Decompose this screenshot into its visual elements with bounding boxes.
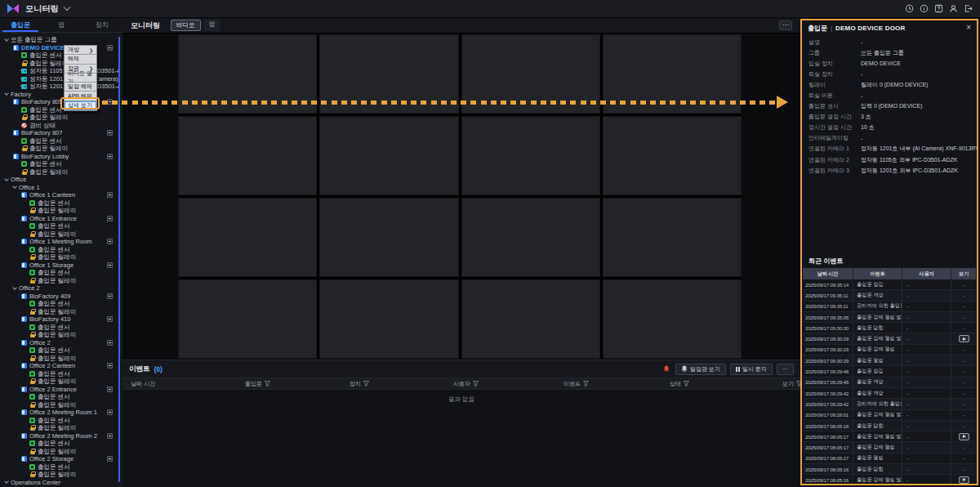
- tree-item-row[interactable]: 출입문 센서: [0, 199, 119, 208]
- logout-icon[interactable]: [963, 3, 973, 14]
- recent-event-row[interactable]: 2025/09/17 08:05:16출입문 닫힘--: [803, 464, 976, 475]
- recent-event-row[interactable]: 2025/09/17 08:05:17출입문 강제 열림--: [803, 442, 976, 453]
- tree-item-row[interactable]: 경비 상태: [0, 122, 119, 130]
- sidebar-tab-doors[interactable]: 출입문: [0, 18, 41, 32]
- context-menu-item[interactable]: 해제: [65, 55, 96, 64]
- recent-event-row[interactable]: 2025/09/17 08:05:17출입문 열림--: [803, 453, 976, 464]
- collapse-button[interactable]: [107, 409, 113, 415]
- play-video-button[interactable]: [959, 476, 969, 484]
- chevron-down-icon[interactable]: [4, 91, 9, 96]
- recent-event-row[interactable]: 2025/09/17 09:29:42출입문 개방--: [803, 388, 976, 399]
- tree-item-row[interactable]: 출입문 릴레이: [0, 331, 119, 339]
- help-icon[interactable]: [933, 3, 944, 14]
- context-menu-item[interactable]: APB 해제: [65, 92, 96, 101]
- tree-item-row[interactable]: BioFactory 409: [0, 293, 119, 301]
- filter-funnel-icon[interactable]: [363, 381, 369, 386]
- tree-item-row[interactable]: Office 2 Meeting Room 2: [0, 432, 119, 440]
- chevron-down-icon[interactable]: [4, 176, 9, 181]
- close-icon[interactable]: ×: [966, 24, 971, 32]
- recent-event-row[interactable]: 2025/09/17 08:05:17출입문 강제 열림 발생-: [803, 431, 976, 442]
- tree-item-row[interactable]: 출입문 릴레이: [0, 401, 119, 409]
- filter-funnel-icon[interactable]: [473, 381, 479, 386]
- recent-event-row[interactable]: 2025/09/17 08:05:18출입문 닫힘--: [803, 421, 976, 431]
- tree-item-row[interactable]: BioFactory Lobby: [0, 153, 119, 161]
- recent-event-row[interactable]: 2025/09/17 09:30:30출입문 닫힘--: [803, 323, 976, 333]
- pause-button[interactable]: 일시 중지: [730, 364, 773, 375]
- recent-event-row[interactable]: 2025/09/17 08:05:16출입문 강제 열림 발생-: [803, 475, 976, 484]
- video-tile[interactable]: [319, 198, 458, 277]
- chevron-down-icon[interactable]: [4, 479, 9, 484]
- collapse-button[interactable]: [107, 433, 113, 439]
- recent-event-row[interactable]: 2025/09/17 09:35:11관리자에 의한 출입문 개...--: [803, 302, 976, 312]
- monitor-tab-video[interactable]: 비디오: [171, 20, 201, 31]
- tree-item-row[interactable]: 출입문 릴레이: [0, 378, 119, 386]
- tree-item-row[interactable]: 출입문 센서: [0, 246, 119, 254]
- recent-event-row[interactable]: 2025/09/17 09:30:29출입문 강제 열림--: [803, 345, 976, 355]
- play-video-button[interactable]: [959, 433, 969, 440]
- video-tile[interactable]: [461, 116, 600, 195]
- recent-column-1[interactable]: 날짜 시간: [803, 268, 853, 279]
- recent-event-row[interactable]: 2025/09/17 09:30:29출입문 열림--: [803, 355, 976, 366]
- tree-item-row[interactable]: 출입문 센서: [0, 370, 119, 378]
- chevron-down-icon[interactable]: [64, 4, 70, 11]
- tree-item-row[interactable]: 출입문 릴레이: [0, 277, 119, 285]
- tree-item-row[interactable]: 출입문 센서: [0, 346, 119, 355]
- recent-event-row[interactable]: 2025/09/17 09:29:48출입문 잠김--: [803, 366, 976, 377]
- tree-item-row[interactable]: Office 1 Entrance: [0, 215, 119, 223]
- collapse-button[interactable]: [107, 45, 113, 51]
- video-tile[interactable]: [319, 116, 458, 195]
- chevron-down-icon[interactable]: [12, 285, 17, 290]
- tree-item-row[interactable]: BioFactory 410: [0, 315, 119, 324]
- recent-event-row[interactable]: 2025/09/17 09:35:05출입문 강제 열림 발생 해...--: [803, 312, 976, 323]
- tree-group-row[interactable]: 모든 출입문 그룹: [0, 36, 119, 44]
- context-menu-item[interactable]: 비디오 열기: [65, 74, 96, 83]
- recent-column-4[interactable]: 보기: [951, 268, 976, 279]
- play-video-button[interactable]: [959, 335, 969, 342]
- recent-event-row[interactable]: 2025/09/17 09:29:42관리자에 의한 출입문 개...--: [803, 399, 976, 409]
- tree-item-row[interactable]: Office 2 Entrance: [0, 386, 119, 394]
- collapse-button[interactable]: [107, 456, 113, 462]
- tree-item-row[interactable]: Office 1 Canteen: [0, 191, 119, 199]
- video-tile[interactable]: [178, 279, 317, 359]
- monitor-tab-map[interactable]: 맵: [204, 20, 220, 31]
- video-tile[interactable]: [461, 279, 600, 359]
- app-menu-title[interactable]: 모니터링: [25, 3, 59, 15]
- more-button[interactable]: ⋯: [777, 364, 794, 375]
- video-tile[interactable]: [603, 198, 742, 277]
- tree-item-row[interactable]: 출입문 센서: [0, 300, 119, 308]
- video-tile[interactable]: [178, 116, 317, 195]
- context-menu-item[interactable]: 알람 해제: [65, 83, 96, 92]
- recent-event-row[interactable]: 2025/09/17 09:30:29출입문 강제 열림 발생-: [803, 333, 976, 344]
- collapse-button[interactable]: [107, 192, 113, 198]
- tree-group-row[interactable]: Office 1: [0, 184, 119, 192]
- monitoring-more-button[interactable]: ⋯: [779, 20, 792, 30]
- tree-item-row[interactable]: 정자동 1201호 내부 (AI Camera) XNF-9013RV: [0, 75, 119, 83]
- filter-funnel-icon[interactable]: [265, 381, 270, 386]
- tree-item-row[interactable]: Office 1 Meeting Room: [0, 238, 119, 246]
- sidebar-tab-devices[interactable]: 장치: [82, 18, 122, 32]
- collapse-button[interactable]: [107, 239, 113, 244]
- clock-icon[interactable]: [904, 3, 915, 14]
- filter-funnel-icon[interactable]: [684, 381, 689, 386]
- tree-item-row[interactable]: Office 2: [0, 339, 119, 347]
- tree-item-row[interactable]: 출입문 센서: [0, 106, 119, 114]
- recent-column-2[interactable]: 이벤트: [853, 268, 902, 279]
- tree-item-row[interactable]: 출입문 센서: [0, 160, 119, 168]
- context-menu-item[interactable]: 상세 보기: [65, 101, 96, 110]
- tree-item-row[interactable]: 출입문 센서: [0, 393, 119, 401]
- collapse-button[interactable]: [107, 216, 113, 221]
- tree-item-row[interactable]: Office 2 Canteen: [0, 362, 119, 370]
- tree-item-row[interactable]: 출입문 릴레이: [0, 168, 119, 176]
- tree-item-row[interactable]: 출입문 릴레이: [0, 114, 119, 122]
- tree-item-row[interactable]: 출입문 센서: [0, 51, 119, 60]
- recent-event-row[interactable]: 2025/09/17 09:35:14출입문 잠김--: [803, 279, 976, 290]
- tree-item-row[interactable]: 정자동 1105호 외부 IPC-D3501-ADZK: [0, 67, 119, 75]
- collapse-button[interactable]: [107, 130, 113, 136]
- tree-group-row[interactable]: Office: [0, 176, 119, 184]
- recent-column-3[interactable]: 사용자: [902, 268, 951, 279]
- collapse-button[interactable]: [107, 293, 113, 299]
- video-tile[interactable]: [461, 198, 600, 277]
- recent-event-row[interactable]: 2025/09/17 09:29:45출입문 개방--: [803, 378, 976, 388]
- collapse-button[interactable]: [107, 154, 113, 159]
- tree-item-row[interactable]: 출입문 센서: [0, 222, 119, 230]
